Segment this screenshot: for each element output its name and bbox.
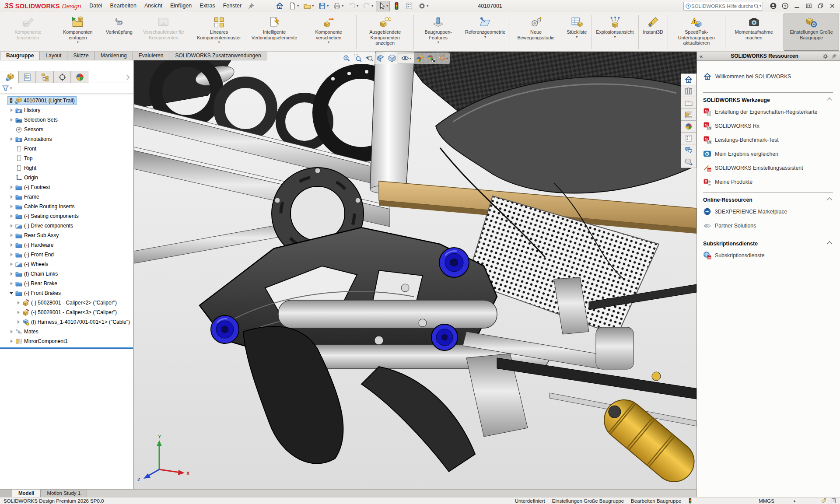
tree-expand-arrow[interactable] bbox=[9, 271, 14, 277]
taskpane-tab-custom-properties[interactable] bbox=[681, 133, 696, 144]
collapse-chevron-icon[interactable] bbox=[827, 241, 832, 246]
taskpane-tab-solidworks-resources[interactable] bbox=[681, 74, 696, 85]
resource-link-partner-solutions[interactable]: Partner Solutions bbox=[703, 221, 833, 230]
tree-item-50028001-caliper-2-ca[interactable]: (-) 50028001 - Caliper<2> ("Caliper") bbox=[0, 298, 133, 308]
ribbon-baugruppen-features[interactable]: Baugruppen-Features▾ bbox=[415, 14, 462, 51]
close-button[interactable] bbox=[826, 1, 838, 11]
ribbon-instant3d[interactable]: Instant3D bbox=[639, 14, 666, 51]
zoom-to-area-button[interactable] bbox=[352, 53, 364, 63]
menu-datei[interactable]: Datei bbox=[85, 0, 106, 12]
panel-expand-chevron-icon[interactable] bbox=[124, 75, 129, 80]
tree-expand-arrow[interactable] bbox=[9, 262, 14, 267]
tree-item-selection-sets[interactable]: Selection Sets bbox=[0, 115, 133, 125]
print-button[interactable]: ▾ bbox=[331, 1, 345, 11]
section-view-button[interactable] bbox=[375, 53, 386, 63]
ribbon-caret[interactable]: ▾ bbox=[77, 41, 79, 44]
tree-expand-arrow[interactable] bbox=[16, 310, 21, 315]
panel-tab-featuremanager-tree[interactable] bbox=[1, 71, 18, 83]
tree-item-drive-components[interactable]: (-) Drive components bbox=[0, 221, 133, 231]
taskpane-tab-pdm-sync[interactable] bbox=[681, 156, 696, 168]
resource-link-erstellung-der-eigenschaften-registerkarte[interactable]: Erstellung der Eigenschaften-Registerkar… bbox=[703, 108, 833, 116]
apply-scene-button[interactable] bbox=[426, 53, 437, 63]
model-tab-modell[interactable]: Modell bbox=[12, 490, 41, 497]
tree-expand-arrow[interactable] bbox=[9, 117, 14, 123]
collapse-chevron-icon[interactable] bbox=[827, 197, 832, 202]
tree-item-40107001-light-trail[interactable]: 40107001 (Light Trail) bbox=[0, 96, 133, 105]
tree-expand-arrow[interactable] bbox=[9, 204, 14, 210]
ribbon-caret[interactable]: ▾ bbox=[438, 41, 439, 44]
tree-item-front-end[interactable]: (-) Front End bbox=[0, 250, 133, 259]
tab-evaluieren[interactable]: Evaluieren bbox=[133, 52, 170, 60]
save-caret[interactable]: ▾ bbox=[327, 4, 329, 8]
section-header-online-ressourcen[interactable]: Online-Ressourcen bbox=[703, 197, 833, 203]
ribbon-caret[interactable]: ▾ bbox=[218, 41, 220, 44]
pin-menu-icon[interactable] bbox=[246, 1, 256, 11]
tree-item-f-harness-1-40107001-001-1[interactable]: (f) Harness_1-40107001-001<1> ("Cable") bbox=[0, 317, 133, 327]
collapse-panel-icon[interactable]: « bbox=[700, 53, 709, 60]
ribbon-speedpak-unterbaugruppen-aktualisieren[interactable]: SpeedPak-Unterbaugruppen aktualisieren bbox=[669, 14, 724, 51]
help-search-input[interactable] bbox=[691, 4, 753, 9]
menu-fenster[interactable]: Fenster bbox=[219, 0, 245, 12]
tree-expand-arrow[interactable] bbox=[9, 329, 14, 335]
tree-item-mates[interactable]: Mates bbox=[0, 327, 133, 336]
sheet-icon[interactable] bbox=[831, 498, 836, 504]
panel-tab-dimxpert-manager[interactable] bbox=[53, 71, 71, 83]
ribbon-verkn-pfung[interactable]: Verknüpfung bbox=[102, 14, 136, 51]
new-document-caret[interactable]: ▾ bbox=[297, 4, 299, 8]
redo-button[interactable]: ▾ bbox=[361, 1, 375, 11]
tree-expand-arrow[interactable] bbox=[9, 242, 14, 248]
tree-item-origin[interactable]: Origin bbox=[0, 173, 133, 182]
tag-icon[interactable] bbox=[821, 498, 826, 504]
filter-caret[interactable]: ▾ bbox=[10, 86, 12, 90]
options-list-button[interactable] bbox=[403, 1, 415, 11]
ribbon-explosionsansicht[interactable]: Explosionsansicht▾ bbox=[592, 14, 637, 51]
model-tab-motion-study-1[interactable]: Motion Study 1 bbox=[41, 490, 87, 497]
tree-expand-arrow[interactable] bbox=[9, 223, 14, 229]
menu-ansicht[interactable]: Ansicht bbox=[140, 0, 166, 12]
tree-expand-arrow[interactable] bbox=[16, 319, 21, 325]
view-settings-button[interactable]: ▾ bbox=[437, 53, 448, 63]
section-header-subskriptionsdienste[interactable]: Subskriptionsdienste bbox=[703, 241, 833, 247]
taskpane-tab-view-palette[interactable] bbox=[681, 109, 696, 121]
ribbon-ausgeblendete-komponenten-anzeigen[interactable]: Ausgeblendete Komponenten anzeigen bbox=[357, 14, 413, 51]
settings-caret[interactable]: ▾ bbox=[427, 4, 428, 8]
pivot-bearing-blue[interactable] bbox=[211, 315, 239, 343]
search-icon[interactable] bbox=[753, 3, 760, 9]
panel-pin-icon[interactable] bbox=[831, 53, 837, 60]
ribbon-lineares-komponentenmuster[interactable]: Lineares Komponentenmuster▾ bbox=[191, 14, 247, 51]
tree-item-f-chain-links[interactable]: (f) Chain Links bbox=[0, 269, 133, 279]
tab-solidworks-zusatzanwendungen[interactable]: SOLIDWORKS Zusatzanwendungen bbox=[169, 52, 267, 60]
undo-button[interactable]: ▾ bbox=[346, 1, 360, 11]
section-header-solidworks-werkzeuge[interactable]: SOLIDWORKS Werkzeuge bbox=[703, 97, 833, 103]
tree-item-50028001-caliper-3-ca[interactable]: (-) 50028001 - Caliper<3> ("Caliper") bbox=[0, 308, 133, 317]
tree-item-history[interactable]: History bbox=[0, 105, 133, 115]
tree-expand-arrow[interactable] bbox=[9, 214, 14, 219]
minimize-button[interactable] bbox=[791, 1, 803, 11]
tree-item-wheels[interactable]: (-) Wheels bbox=[0, 259, 133, 269]
menu-einf-gen[interactable]: Einfügen bbox=[166, 0, 196, 12]
resize-button[interactable] bbox=[803, 1, 815, 11]
graphics-viewport[interactable]: Y X Z bbox=[134, 60, 696, 489]
panel-options-gear-icon[interactable] bbox=[822, 53, 829, 60]
resource-link-mein-ergebnis-vergleichen[interactable]: Mein Ergebnis vergleichen bbox=[703, 150, 833, 158]
taskpane-tab-appearances-scenes[interactable] bbox=[681, 121, 696, 133]
tree-expand-arrow[interactable] bbox=[9, 185, 14, 190]
units-caret[interactable]: ▴ bbox=[794, 499, 795, 503]
ribbon-caret[interactable]: ▾ bbox=[328, 41, 329, 44]
units-selector[interactable]: MMGS bbox=[759, 498, 774, 504]
tree-expand-arrow[interactable] bbox=[9, 281, 14, 287]
rollback-bar[interactable] bbox=[0, 347, 133, 349]
tree-expand-arrow[interactable] bbox=[9, 108, 14, 113]
resource-link-meine-produkte[interactable]: Meine Produkte bbox=[703, 178, 833, 186]
collapse-chevron-icon[interactable] bbox=[827, 98, 832, 102]
restore-button[interactable] bbox=[815, 1, 826, 11]
tree-item-footrest[interactable]: (-) Footrest bbox=[0, 182, 133, 192]
ribbon-komponente-verschieben[interactable]: Komponente verschieben▾ bbox=[302, 14, 355, 51]
resource-link-leistungs-benchmark-test[interactable]: Leistungs-Benchmark-Test bbox=[703, 136, 833, 144]
tree-expand-arrow[interactable] bbox=[9, 339, 14, 344]
ribbon-intelligente-verbindungselemente[interactable]: Intelligente Verbindungselemente bbox=[247, 14, 302, 51]
tree-collapse-arrow[interactable] bbox=[9, 290, 14, 296]
hide-show-items-button[interactable]: ▾ bbox=[398, 53, 414, 63]
ribbon-referenzgeometrie[interactable]: Referenzgeometrie▾ bbox=[462, 14, 509, 51]
ribbon-komponenten-einf-gen[interactable]: Komponenten einfügen▾ bbox=[53, 14, 102, 51]
